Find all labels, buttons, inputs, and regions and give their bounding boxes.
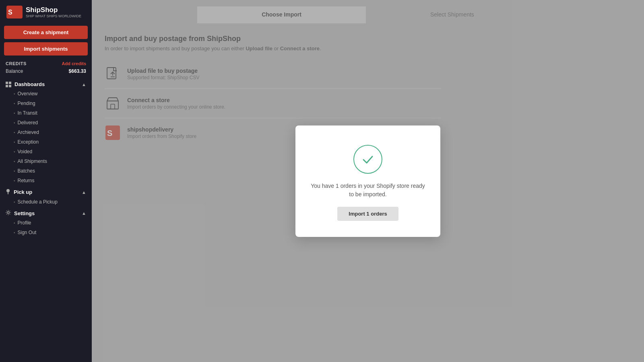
sidebar: S ShipShop SHIP WHAT SHIPS WORLDWIDE Cre… [0,0,92,362]
nav-section-dashboards[interactable]: Dashboards ▲ [0,78,92,89]
dashboards-chevron: ▲ [82,82,86,87]
import-modal: You have 1 orders in your Shopify store … [295,125,440,237]
balance-value: $663.33 [69,68,86,74]
pickup-title: Pick up [6,189,32,195]
balance-row: Balance $663.33 [0,68,92,78]
modal-backdrop: You have 1 orders in your Shopify store … [92,0,644,362]
credits-section: CREDITS Add credits [0,57,92,68]
sidebar-item-returns[interactable]: Returns [0,176,92,185]
settings-items: Profile Sign Out [0,218,92,237]
modal-message: You have 1 orders in your Shopify store … [308,182,427,199]
sidebar-item-delivered[interactable]: Delivered [0,118,92,128]
dashboards-items: Overview Pending In Transit Delivered Ar… [0,89,92,185]
dashboards-title: Dashboards [6,81,45,87]
logo: S ShipShop SHIP WHAT SHIPS WORLDWIDE [0,0,92,24]
svg-rect-2 [6,82,8,84]
sidebar-item-batches[interactable]: Batches [0,166,92,176]
checkmark-icon [361,152,375,167]
logo-icon: S [6,6,23,19]
create-shipment-button[interactable]: Create a shipment [4,26,88,39]
import-shipments-button[interactable]: Import shipments [4,42,88,56]
nav-section-settings[interactable]: Settings ▲ [0,207,92,218]
nav-section-pickup[interactable]: Pick up ▲ [0,185,92,197]
logo-sub: SHIP WHAT SHIPS WORLDWIDE [26,14,81,18]
sidebar-item-archieved[interactable]: Archieved [0,128,92,137]
sidebar-item-pending[interactable]: Pending [0,99,92,108]
pickup-items: Schedule a Pickup [0,197,92,207]
sidebar-item-profile[interactable]: Profile [0,218,92,228]
credits-label: CREDITS [6,61,27,66]
svg-rect-3 [9,82,11,84]
pickup-chevron: ▲ [82,190,86,195]
logo-name: ShipShop [26,6,58,14]
success-check-circle [353,145,382,174]
sidebar-item-all-shipments[interactable]: All Shipments [0,156,92,166]
svg-point-8 [7,212,9,214]
main-area: Choose Import Select Shipments Import an… [92,0,644,362]
grid-icon [6,82,11,87]
sidebar-item-sign-out[interactable]: Sign Out [0,228,92,237]
import-orders-button[interactable]: Import 1 orders [337,207,398,221]
gear-icon [6,210,11,216]
pin-icon [6,189,10,195]
sidebar-item-voided[interactable]: Voided [0,147,92,156]
svg-rect-4 [6,85,8,87]
sidebar-item-schedule-pickup[interactable]: Schedule a Pickup [0,197,92,207]
settings-title: Settings [6,210,35,216]
settings-chevron: ▲ [82,211,86,216]
sidebar-item-exception[interactable]: Exception [0,137,92,147]
sidebar-item-in-transit[interactable]: In Transit [0,108,92,118]
svg-point-6 [6,189,10,192]
svg-text:S: S [8,9,12,16]
logo-text-block: ShipShop SHIP WHAT SHIPS WORLDWIDE [26,6,81,18]
add-credits-link[interactable]: Add credits [62,61,86,66]
svg-rect-5 [9,85,11,87]
balance-label: Balance [6,68,23,74]
sidebar-item-overview[interactable]: Overview [0,89,92,99]
